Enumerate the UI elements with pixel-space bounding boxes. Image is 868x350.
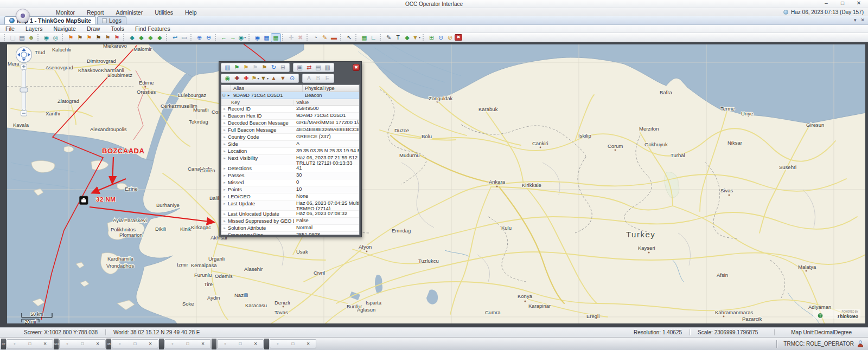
menu-item-utilities[interactable]: Utilities xyxy=(149,9,179,16)
maximize-button[interactable]: □ xyxy=(839,0,846,6)
toolbar-grip[interactable] xyxy=(423,34,425,41)
kv-row-last-unlocated-update[interactable]: ▸Last Unlocated UpdateHaz 06, 2023 07:08… xyxy=(221,211,359,218)
pin-orange-2-icon[interactable]: ⚑ xyxy=(85,34,94,42)
filter-tool-icon[interactable]: ▼▾ xyxy=(412,34,421,42)
row-expander-icon[interactable]: ▸ xyxy=(221,225,228,231)
menu-item-report[interactable]: Report xyxy=(81,9,110,16)
kv-row-beacon-hex-id[interactable]: ▸Beacon Hex ID9DA9D 71C64 D35D1 xyxy=(221,113,359,120)
delete-disabled-icon[interactable]: ✖ xyxy=(296,34,305,42)
toolbar-grip[interactable] xyxy=(307,34,309,41)
pin-red-icon[interactable]: ⚑ xyxy=(112,34,122,42)
kv-row-missed[interactable]: ▸Missed0 xyxy=(221,179,359,186)
tab-logs[interactable]: Logs xyxy=(97,16,126,24)
toolbar-grip[interactable] xyxy=(340,34,342,41)
layer-map-icon[interactable]: ▦ xyxy=(262,34,271,42)
window-restore-button[interactable]: □ xyxy=(27,341,33,346)
eraser-icon[interactable]: ▬ xyxy=(329,34,339,42)
row-expander-icon[interactable]: ▸ xyxy=(221,120,228,126)
map-menu-item-navigate[interactable]: Navigate xyxy=(48,25,81,32)
kv-row-decoded-beacon-message[interactable]: ▸Decoded Beacon MessageGRE/MAR/MMSI 1772… xyxy=(221,120,359,127)
window-restore-button[interactable]: □ xyxy=(290,341,296,346)
toolbar-grip[interactable] xyxy=(215,34,217,41)
table-icon[interactable]: ⊞ xyxy=(278,63,288,72)
tab-close-icon[interactable]: ✕ xyxy=(860,17,865,23)
draw-pencil-icon[interactable]: ✎ xyxy=(320,34,329,42)
menu-item-monitor[interactable]: Monitor xyxy=(50,9,81,16)
window-minimize-button[interactable]: ▫ xyxy=(275,341,281,346)
toolbar-grip[interactable] xyxy=(190,34,193,41)
window-restore-button[interactable]: □ xyxy=(184,341,191,346)
globe-search-icon[interactable]: ◎ xyxy=(51,34,60,42)
grid-layer-icon[interactable]: ▦ xyxy=(360,34,369,42)
map-book-icon[interactable]: ▥ xyxy=(223,63,232,72)
row-expander-icon[interactable]: ▸ xyxy=(221,193,228,200)
window-restore-button[interactable]: □ xyxy=(132,341,138,346)
kv-row-location[interactable]: ▸Location39 35 03.35 N 25 33 19.94 E xyxy=(221,148,359,155)
map-menu-item-find-features[interactable]: Find Features xyxy=(130,25,176,32)
tag-menu-icon[interactable]: ⚑▾ xyxy=(251,74,260,82)
window-close-button[interactable]: ✕ xyxy=(200,341,206,346)
app-logo-icon[interactable] xyxy=(16,9,30,23)
find-layer-icon[interactable]: ⊞ xyxy=(427,34,436,42)
window-minimize-button[interactable]: ▫ xyxy=(222,341,228,346)
row-expander-icon[interactable]: ▸ xyxy=(221,211,228,217)
align-e-icon[interactable]: E xyxy=(323,74,332,82)
minimized-window-title[interactable] xyxy=(212,339,216,349)
zoom-out-icon[interactable]: ⊖ xyxy=(204,34,213,42)
jug-up-icon[interactable]: ▲ xyxy=(269,74,278,82)
globe-full-icon[interactable]: ◉ xyxy=(253,34,262,42)
pin-dark-icon[interactable]: ⚑ xyxy=(94,34,103,42)
row-expander-icon[interactable]: ▸ xyxy=(221,106,228,112)
minimized-window-title[interactable]: 07 xyxy=(1,339,6,349)
measure-icon[interactable]: ▭ xyxy=(180,34,189,42)
extent-back-icon[interactable]: ← xyxy=(219,34,228,42)
flag-gray-icon[interactable]: ⚑ xyxy=(251,63,260,72)
row-expander-icon[interactable]: ▸ xyxy=(221,200,228,210)
window-close-button[interactable]: ✕ xyxy=(94,341,101,346)
window-minimize-button[interactable]: ▫ xyxy=(64,341,71,346)
pointer-icon[interactable]: ↖ xyxy=(344,34,354,42)
kv-row-points[interactable]: ▸Points10 xyxy=(221,186,359,193)
minimized-window-title[interactable]: GN xyxy=(54,339,59,349)
tag-tool-icon[interactable]: ◆ xyxy=(403,34,412,42)
kv-row-full-beacon-message[interactable]: ▸Full Beacon Message4ED4EB8E3269AE8EBCCE… xyxy=(221,127,359,134)
flag-olive-icon[interactable]: ⚑ xyxy=(260,63,269,72)
extent-globe-icon[interactable]: ◉▾ xyxy=(238,34,247,42)
print-icon[interactable]: ▥ xyxy=(323,63,332,72)
tab-collapse-icon[interactable]: ▾ xyxy=(854,17,857,23)
menu-item-administer[interactable]: Administer xyxy=(110,9,149,16)
minimized-window-title[interactable] xyxy=(264,339,269,349)
row-expander-icon[interactable]: ▸ xyxy=(221,127,228,133)
toolbar-grip[interactable] xyxy=(123,34,125,41)
window-restore-button[interactable]: □ xyxy=(237,341,244,346)
globe-add-icon[interactable]: ◉ xyxy=(223,74,232,82)
find-icon[interactable]: ⊙ xyxy=(436,34,445,42)
refresh-icon[interactable]: ↻ xyxy=(269,63,278,72)
plus-red-icon[interactable]: ✚ xyxy=(241,74,251,82)
toolbar-grip[interactable] xyxy=(62,34,64,41)
align-a-icon[interactable]: A xyxy=(304,74,314,82)
map-menu-item-layers[interactable]: Layers xyxy=(20,25,48,32)
minimized-window-title[interactable] xyxy=(159,339,164,349)
kv-row-last-update[interactable]: ▸Last UpdateHaz 06, 2023 07:04:25 Multip… xyxy=(221,200,359,211)
window-minimize-button[interactable]: ▫ xyxy=(117,341,123,346)
window-close-button[interactable]: ✕ xyxy=(42,341,48,346)
tag-green-icon[interactable]: ◆ xyxy=(137,34,146,42)
kv-row-leo-geo[interactable]: ▸LEO/GEONone xyxy=(221,193,359,200)
close-button[interactable]: ✕ xyxy=(855,0,863,6)
filter-menu-icon[interactable]: ▼▾ xyxy=(260,74,269,82)
toolbar-grip[interactable] xyxy=(355,34,358,41)
kv-row-country-code[interactable]: ▸Country CodeGREECE (237) xyxy=(221,134,359,141)
toolbar-grip[interactable] xyxy=(282,34,284,41)
window-restore-button[interactable]: □ xyxy=(79,341,86,346)
zoom-in-icon[interactable]: ⊕ xyxy=(195,34,204,42)
open-icon[interactable]: ▢ xyxy=(8,34,17,42)
flag-yellow-icon[interactable]: ⚑ xyxy=(241,63,251,72)
row-expander-icon[interactable]: ▸ xyxy=(221,179,228,186)
copy-icon[interactable]: ▣ xyxy=(295,63,304,72)
map-canvas[interactable]: MeraTrudKaluchliiMiekarevoMalomirAsenovg… xyxy=(0,42,868,327)
beacon-attributes-panel[interactable]: ▥⚑⚑⚑⚑↻⊞ ▣⇄▤▥ ✖ ◉✚✚⚑▾▼▾▲▼⊙ ABE Alias Phys… xyxy=(219,61,362,237)
document-icon[interactable]: ▤ xyxy=(314,63,323,72)
wrench-icon[interactable]: ⊘ xyxy=(445,34,455,42)
export-user-icon[interactable]: ☻ xyxy=(27,34,36,42)
